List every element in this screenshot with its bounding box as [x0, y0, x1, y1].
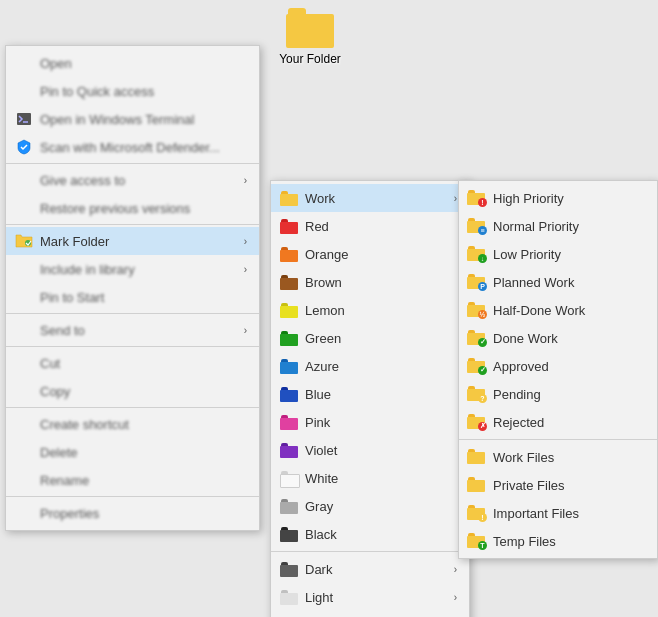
menu-item-color-orange[interactable]: Orange	[271, 240, 469, 268]
properties-icon	[14, 503, 34, 523]
menu-item-mark-folder[interactable]: Mark Folder ›	[6, 227, 259, 255]
send-to-icon	[14, 320, 34, 340]
half-done-work-icon: ½	[467, 300, 487, 320]
menu-item-restore-versions[interactable]: Restore previous versions	[6, 194, 259, 225]
menu-item-delete[interactable]: Delete	[6, 438, 259, 466]
folder-lemon-icon	[279, 300, 299, 320]
give-access-label: Give access to	[40, 173, 236, 188]
scan-label: Scan with Microsoft Defender...	[40, 140, 247, 155]
rename-icon	[14, 470, 34, 490]
menu-item-color-blue[interactable]: Blue	[271, 380, 469, 408]
open-label: Open	[40, 56, 247, 71]
menu-item-create-shortcut[interactable]: Create shortcut	[6, 410, 259, 438]
planned-work-label: Planned Work	[493, 275, 645, 290]
work-separator	[459, 439, 657, 440]
include-library-label: Include in library	[40, 262, 236, 277]
copy-icon	[14, 381, 34, 401]
menu-item-color-lemon[interactable]: Lemon	[271, 296, 469, 324]
menu-item-work-rejected[interactable]: ✗Rejected	[459, 408, 657, 436]
rejected-label: Rejected	[493, 415, 645, 430]
menu-item-properties[interactable]: Properties	[6, 499, 259, 527]
menu-item-open[interactable]: Open	[6, 49, 259, 77]
dark-arrow: ›	[454, 564, 457, 575]
menu-item-rename[interactable]: Rename	[6, 466, 259, 497]
mark-folder-arrow: ›	[244, 236, 247, 247]
folder-icon-large	[286, 8, 334, 48]
menu-item-color-red[interactable]: Red	[271, 212, 469, 240]
menu-item-work-normal-priority[interactable]: ≡Normal Priority	[459, 212, 657, 240]
send-to-arrow: ›	[244, 325, 247, 336]
menu-item-work-temp-files[interactable]: TTemp Files	[459, 527, 657, 555]
folder-light-icon	[279, 587, 299, 607]
menu-item-work-important-files[interactable]: !Important Files	[459, 499, 657, 527]
color-red-label: Red	[305, 219, 457, 234]
pin-quick-icon	[14, 81, 34, 101]
folder-work-color-icon	[279, 188, 299, 208]
menu-item-color-light[interactable]: Light ›	[271, 583, 469, 611]
high-priority-icon: !	[467, 188, 487, 208]
private-files-icon	[467, 475, 487, 495]
menu-item-color-gray[interactable]: Gray	[271, 492, 469, 520]
menu-item-work-pending[interactable]: ?Pending	[459, 380, 657, 408]
temp-files-icon: T	[467, 531, 487, 551]
folder-green-icon	[279, 328, 299, 348]
menu-item-open-terminal[interactable]: Open in Windows Terminal	[6, 105, 259, 133]
normal-priority-icon: ≡	[467, 216, 487, 236]
done-work-label: Done Work	[493, 331, 645, 346]
menu-item-work-high-priority[interactable]: !High Priority	[459, 184, 657, 212]
menu-item-give-access[interactable]: Give access to ›	[6, 166, 259, 194]
include-library-icon	[14, 259, 34, 279]
menu-item-work-approved[interactable]: ✓Approved	[459, 352, 657, 380]
menu-item-cut[interactable]: Cut	[6, 349, 259, 377]
menu-item-color-dark[interactable]: Dark ›	[271, 555, 469, 583]
menu-item-work-low-priority[interactable]: ↓Low Priority	[459, 240, 657, 268]
work-files-icon	[467, 447, 487, 467]
pending-icon: ?	[467, 384, 487, 404]
folder-blue-icon	[279, 384, 299, 404]
send-to-label: Send to	[40, 323, 236, 338]
color-blue-label: Blue	[305, 387, 457, 402]
desktop-folder[interactable]: Your Folder	[270, 8, 350, 66]
menu-item-send-to[interactable]: Send to ›	[6, 316, 259, 347]
menu-item-color-azure[interactable]: Azure	[271, 352, 469, 380]
color-lemon-label: Lemon	[305, 303, 457, 318]
context-menu-colors: Work › Red Orange Brown Lemon Green	[270, 180, 470, 617]
mark-folder-icon	[14, 231, 34, 251]
menu-item-color-brown[interactable]: Brown	[271, 268, 469, 296]
folder-azure-icon	[279, 356, 299, 376]
delete-icon	[14, 442, 34, 462]
folder-gray-icon	[279, 496, 299, 516]
menu-item-copy[interactable]: Copy	[6, 377, 259, 408]
include-library-arrow: ›	[244, 264, 247, 275]
menu-item-work-done-work[interactable]: ✓Done Work	[459, 324, 657, 352]
menu-item-scan[interactable]: Scan with Microsoft Defender...	[6, 133, 259, 164]
context-menu-work: !High Priority≡Normal Priority↓Low Prior…	[458, 180, 658, 559]
low-priority-icon: ↓	[467, 244, 487, 264]
mark-folder-label: Mark Folder	[40, 234, 236, 249]
planned-work-icon: P	[467, 272, 487, 292]
folder-pink-icon	[279, 412, 299, 432]
done-work-icon: ✓	[467, 328, 487, 348]
menu-item-color-white[interactable]: White	[271, 464, 469, 492]
menu-item-work-private-files[interactable]: Private Files	[459, 471, 657, 499]
half-done-work-label: Half-Done Work	[493, 303, 645, 318]
menu-item-pin-start[interactable]: Pin to Start	[6, 283, 259, 314]
pin-quick-label: Pin to Quick access	[40, 84, 247, 99]
menu-item-pin-quick[interactable]: Pin to Quick access	[6, 77, 259, 105]
menu-item-work-half-done-work[interactable]: ½Half-Done Work	[459, 296, 657, 324]
work-arrow: ›	[454, 193, 457, 204]
color-violet-label: Violet	[305, 443, 457, 458]
menu-item-work-work-files[interactable]: Work Files	[459, 443, 657, 471]
give-access-icon	[14, 170, 34, 190]
menu-item-color-pink[interactable]: Pink	[271, 408, 469, 436]
menu-item-color-work[interactable]: Work ›	[271, 184, 469, 212]
menu-item-color-black[interactable]: Black	[271, 520, 469, 548]
menu-item-color-violet[interactable]: Violet	[271, 436, 469, 464]
folder-black-icon	[279, 524, 299, 544]
menu-item-color-green[interactable]: Green	[271, 324, 469, 352]
menu-item-work-planned-work[interactable]: PPlanned Work	[459, 268, 657, 296]
menu-item-include-library[interactable]: Include in library ›	[6, 255, 259, 283]
menu-item-color-recent[interactable]: Recent ›	[271, 611, 469, 617]
color-green-label: Green	[305, 331, 457, 346]
normal-priority-label: Normal Priority	[493, 219, 645, 234]
